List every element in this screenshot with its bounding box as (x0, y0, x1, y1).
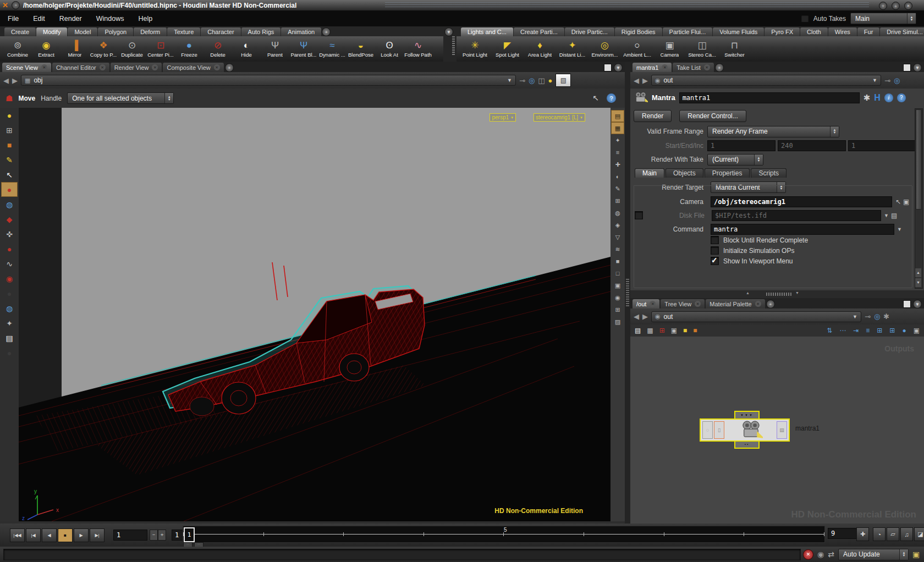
shelf-right-tab-6[interactable]: Pyro FX (765, 27, 800, 36)
nav-forward-icon[interactable]: ▶ (642, 76, 648, 85)
valid-frame-range-dropdown[interactable]: Render Any Frame ▲▼ (707, 126, 839, 137)
pin-icon[interactable]: ⊸ (884, 76, 890, 85)
menu-item-3[interactable]: Windows (96, 15, 124, 23)
shelf-left-tab-7[interactable]: Auto Rigs (241, 27, 281, 36)
path-dropdown-icon[interactable]: ▼ (872, 78, 877, 83)
viewport-display-icon-1[interactable]: ▦ (611, 122, 624, 134)
path-dropdown-icon[interactable]: ▼ (853, 314, 857, 319)
shelf-tool-14[interactable]: ∿ Follow Path (404, 40, 432, 58)
minimize-button[interactable]: ▿ (879, 2, 887, 10)
shelf-tool-7[interactable]: ⊘ Delete (204, 40, 232, 58)
shelf-left-overflow-icon[interactable]: ▼ (444, 27, 453, 36)
viewport-render[interactable]: x y z (19, 108, 610, 521)
shelf-tool-9[interactable]: Ψ Parent (261, 40, 289, 58)
viewport-tool-icon-2[interactable]: ■ (1, 137, 18, 152)
render-button[interactable]: Render (634, 110, 672, 122)
spinner-icon[interactable]: ▲▼ (754, 155, 763, 165)
shelf-right-tab-3[interactable]: Rigid Bodies (615, 27, 662, 36)
view-cube-icon[interactable]: ▧ (556, 74, 571, 87)
gear-icon[interactable]: ✱ (883, 312, 889, 321)
checkbox-row-2[interactable]: Show In Viewport Menu (711, 256, 808, 266)
shelf-right-tab-5[interactable]: Volume Fluids (713, 27, 764, 36)
radial-link-icon[interactable]: ◎ (529, 76, 535, 85)
transport-button-3[interactable]: ■ (58, 528, 73, 542)
network-tool-icon-3[interactable]: ▣ (671, 327, 677, 334)
frame-stepper[interactable]: − ＋ (150, 530, 166, 541)
shelf-left-tab-6[interactable]: Character (201, 27, 240, 36)
frame-minus-icon[interactable]: − (150, 530, 158, 541)
close-tab-icon[interactable]: ✕ (662, 64, 668, 70)
handle-mode-dropdown[interactable]: One for all selected objects ▲▼ (67, 92, 174, 104)
folder-tab-2[interactable]: Properties (705, 168, 750, 178)
node-hook-flag[interactable]: ◌ (702, 421, 713, 439)
viewport-tool-icon-16[interactable]: ● (1, 345, 18, 360)
network-align-icon-4[interactable]: ⊞ (877, 327, 882, 334)
network-align-icon-5[interactable]: ⊞ (889, 327, 895, 334)
viewport-tool-icon-4[interactable]: ↖ (1, 167, 18, 182)
frame-plus-icon[interactable]: ＋ (158, 530, 166, 541)
scroll-up-icon[interactable]: ▲ (915, 268, 921, 277)
spinner-icon[interactable]: ▲▼ (830, 126, 839, 137)
viewport-tool-icon-9[interactable]: ● (1, 241, 18, 256)
shelf-tool-7[interactable]: ◫ Stereo Ca... (687, 40, 717, 58)
mantra-node-icon[interactable] (634, 92, 648, 104)
viewport-tool-icon-0[interactable]: ● (1, 108, 18, 123)
spinner-icon[interactable]: ▲▼ (899, 549, 908, 560)
node-input-connector[interactable]: ▼▼▼ (734, 411, 760, 418)
viewport-tool-icon-11[interactable]: ◉ (1, 271, 18, 286)
transport-button-2[interactable]: ◀ (42, 528, 57, 542)
shelf-right-tab-2[interactable]: Drive Partic... (565, 27, 614, 36)
params-scrollbar[interactable]: ▲ ▼ (915, 108, 923, 289)
shelf-tool-6[interactable]: ● Freeze (175, 40, 204, 58)
close-tab-icon[interactable]: ✕ (41, 64, 47, 70)
playbar-options-button[interactable]: ◪ (914, 527, 924, 541)
sync-icon[interactable]: ⇄ (828, 550, 834, 559)
network-tool-icon-4[interactable]: ■ (683, 327, 687, 334)
close-tab-icon[interactable]: ✕ (704, 64, 710, 70)
shelf-tool-4[interactable]: ⊙ Duplicate (118, 40, 146, 58)
checkbox-icon[interactable] (711, 257, 719, 265)
viewport-tool-icon-3[interactable]: ✎ (1, 152, 18, 167)
viewport-display-icon-0[interactable]: ▤ (611, 110, 624, 122)
dopesheet-button[interactable]: ▱ (887, 527, 899, 541)
viewport-tool-icon-6[interactable]: ◍ (1, 197, 18, 212)
viewport-display-icon-13[interactable]: □ (611, 267, 624, 279)
viewport-display-icon-10[interactable]: ▽ (611, 231, 624, 243)
shelf-left-tab-0[interactable]: Create (4, 27, 36, 36)
move-tool-icon[interactable]: ☗ (6, 93, 13, 103)
network-tool-icon-1[interactable]: ▦ (647, 327, 653, 334)
render-with-take-dropdown[interactable]: (Current) ▲▼ (707, 154, 763, 166)
pane-maximize-icon[interactable] (604, 64, 612, 71)
viewport-tool-icon-10[interactable]: ∿ (1, 256, 18, 271)
shelf-left-tab-3[interactable]: Polygon (98, 27, 133, 36)
network-tool-icon-2[interactable]: ⊞ (659, 327, 665, 334)
shelf-tool-11[interactable]: ≈ Dynamic ... (318, 40, 346, 58)
network-align-icon-3[interactable]: ≡ (866, 327, 870, 334)
close-button[interactable]: ✕ (904, 2, 912, 10)
current-frame-field[interactable]: 1 (113, 530, 147, 541)
add-shelf-tab-icon[interactable]: + (322, 27, 331, 36)
viewport-display-icon-4[interactable]: ✚ (611, 158, 624, 170)
scene-path-field[interactable]: ▦ obj ▼ (21, 75, 516, 86)
pane-maximize-icon[interactable] (903, 64, 911, 71)
params-tab-1[interactable]: Take List ✕ (673, 63, 713, 72)
network-align-icon-6[interactable]: ● (902, 327, 906, 334)
lighting-icon[interactable]: ● (548, 76, 553, 85)
shelf-tool-3[interactable]: ✦ Distant Li... (557, 40, 587, 58)
nav-forward-icon[interactable]: ▶ (642, 312, 648, 321)
node-name-field[interactable]: mantra1 (679, 92, 860, 103)
shelf-tool-0[interactable]: ✳ Point Light (460, 40, 490, 58)
shelf-right-tab-4[interactable]: Particle Flui... (663, 27, 713, 36)
close-tab-icon[interactable]: ✕ (152, 64, 158, 70)
notification-icon[interactable]: ▣ (912, 550, 920, 559)
viewport-display-icon-5[interactable]: ◐ (611, 170, 624, 183)
path-dropdown-icon[interactable]: ▼ (507, 78, 512, 83)
viewport-display-icon-2[interactable]: ✦ (611, 134, 624, 146)
network-align-icon-1[interactable]: ⋯ (839, 327, 846, 334)
viewport-display-icon-17[interactable]: ▨ (611, 316, 624, 328)
viewport[interactable]: x y z persp1 ▼ stereocamrig1 [L] ▼ HD No… (19, 108, 610, 521)
network-tool-icon-0[interactable]: ▤ (635, 327, 641, 334)
persp-camera-menu[interactable]: persp1 ▼ (490, 113, 516, 122)
display-options-icon[interactable]: ◫ (538, 76, 544, 85)
frame-range-field-2[interactable]: 1 (848, 140, 916, 151)
